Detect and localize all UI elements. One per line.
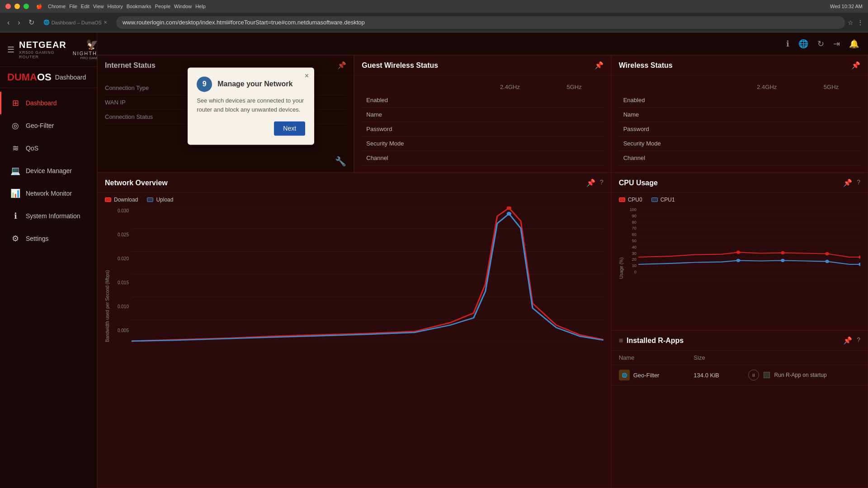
svg-point-21 — [781, 251, 784, 254]
cpu-y-70: 70 — [625, 226, 637, 230]
r-app-startup-checkbox[interactable] — [764, 372, 770, 378]
popup-title: Manage your Network — [217, 80, 292, 88]
upload-legend-label: Upload — [156, 197, 173, 203]
guest-wireless-panel: Guest Wireless Status 📌 2.4GHz 5GHz — [354, 55, 611, 173]
cpu1-legend: CPU1 — [651, 197, 675, 203]
ws-row-channel: Channel — [619, 151, 860, 165]
r-apps-col-size: Size — [686, 351, 741, 365]
tab-close[interactable]: ✕ — [104, 20, 107, 25]
login-icon[interactable]: ⇥ — [833, 39, 840, 49]
wireless-status-icons: 📌 — [851, 61, 860, 70]
sidebar-item-settings-label: Settings — [26, 235, 49, 242]
sidebar-item-network-monitor[interactable]: 📊 Network Monitor — [0, 182, 97, 205]
mac-menu-view[interactable]: View — [93, 4, 104, 9]
back-button[interactable]: ‹ — [5, 17, 12, 28]
r-apps-icons: 📌 ? — [843, 336, 860, 345]
sidebar-item-dashboard[interactable]: ⊞ Dashboard — [0, 92, 97, 114]
r-app-controls: ⏸ Run R-App on startup — [748, 370, 860, 380]
cpu-info-icon[interactable]: ? — [857, 178, 860, 187]
reload-button[interactable]: ↻ — [26, 16, 37, 28]
cpu-y-30: 30 — [625, 251, 637, 256]
sidebar-item-device-manager[interactable]: 💻 Device Manager — [0, 160, 97, 182]
sidebar-item-geo-filter[interactable]: ◎ Geo-Filter — [0, 114, 97, 137]
r-apps-pin-icon[interactable]: 📌 — [843, 336, 852, 345]
legend-upload: Upload — [147, 197, 173, 203]
r-apps-thead-row: Name Size — [612, 351, 868, 365]
guest-wireless-icons: 📌 — [594, 61, 604, 70]
wireless-pin-icon[interactable]: 📌 — [851, 61, 860, 70]
r-apps-panel: ≡ Installed R-Apps 📌 ? Name Size — [611, 330, 868, 488]
sidebar-item-geo-filter-label: Geo-Filter — [26, 122, 54, 129]
cpu-pin-icon[interactable]: 📌 — [843, 178, 852, 187]
gw-row-name: Name — [362, 108, 603, 122]
popup-next-button[interactable]: Next — [274, 121, 305, 136]
sidebar-item-device-manager-label: Device Manager — [26, 167, 72, 174]
r-apps-col-controls — [741, 351, 868, 365]
mac-close-dot[interactable] — [5, 4, 11, 9]
sidebar-item-system-information[interactable]: ℹ System Information — [0, 205, 97, 227]
r-apps-table: Name Size 🌐 Geo-Filter — [612, 351, 868, 385]
cpu-usage-body: CPU0 CPU1 Usage (%) 1 — [612, 193, 868, 282]
forward-button[interactable]: › — [15, 17, 23, 28]
popup-close-button[interactable]: × — [305, 72, 309, 80]
dashboard-breadcrumb: Dashboard — [55, 74, 86, 81]
gw-col-24: 2.4GHz — [475, 81, 545, 93]
duma-os-label: DUMAOS — [7, 71, 52, 83]
mac-menu-help[interactable]: Help — [195, 4, 206, 9]
sidebar-item-settings[interactable]: ⚙ Settings — [0, 227, 97, 250]
address-bar[interactable] — [116, 16, 845, 29]
duma-header: DUMAOS Dashboard — [0, 67, 97, 88]
hamburger-icon[interactable]: ☰ — [7, 45, 14, 55]
mac-maximize-dot[interactable] — [24, 4, 29, 9]
cpu0-legend: CPU0 — [619, 197, 642, 203]
brand-sub: XR500 GAMING ROUTER — [19, 50, 66, 59]
info-icon[interactable]: ℹ — [786, 39, 789, 49]
r-app-pause-button[interactable]: ⏸ — [748, 370, 759, 380]
svg-point-25 — [781, 259, 784, 262]
bookmark-icon[interactable]: ☆ — [848, 19, 854, 26]
cpu-chart-area: Usage (%) 100 90 80 70 60 50 40 30 — [619, 206, 860, 279]
extensions-icon[interactable]: ⋮ — [857, 19, 863, 26]
sidebar-item-qos[interactable]: ≋ QoS — [0, 137, 97, 160]
sidebar-item-system-information-label: System Information — [26, 212, 80, 220]
refresh-icon[interactable]: ↻ — [817, 39, 824, 49]
svg-point-27 — [859, 263, 860, 266]
gw-row-security: Security Mode — [362, 136, 603, 151]
cpu0-legend-color — [619, 197, 625, 202]
gw-row-channel: Channel — [362, 151, 603, 165]
sidebar: ☰ NETGEAR XR500 GAMING ROUTER 🦅 NIGHTHAW… — [0, 33, 97, 488]
download-legend-label: Download — [114, 197, 138, 203]
cpu-usage-title: CPU Usage — [619, 179, 658, 187]
r-apps-row: 🌐 Geo-Filter 134.0 KiB ⏸ Run R — [612, 365, 868, 385]
gw-col-label — [362, 81, 475, 93]
mac-chrome-label: Chrome — [48, 4, 66, 9]
r-apps-info-icon[interactable]: ? — [857, 336, 860, 345]
network-overview-info-icon[interactable]: ? — [600, 178, 604, 187]
svg-point-8 — [507, 212, 511, 216]
mac-minimize-dot[interactable] — [14, 4, 20, 9]
network-overview-icons: 📌 ? — [586, 178, 604, 187]
cpu-y-0: 0 — [625, 270, 637, 274]
network-chart-svg — [132, 206, 604, 342]
gw-row-enabled: Enabled — [362, 93, 603, 108]
main-content: ℹ 🌐 ↻ ⇥ 🔔 Internet Status 📌 Connection T… — [97, 33, 868, 488]
chrome-tab[interactable]: 🌐 Dashboard – DumaOS ✕ — [40, 19, 111, 26]
network-overview-pin-icon[interactable]: 📌 — [586, 178, 595, 187]
cpu-y-60: 60 — [625, 232, 637, 237]
mac-menu-edit[interactable]: Edit — [81, 4, 90, 9]
chrome-icons: ☆ ⋮ — [848, 19, 863, 26]
mac-menu-window[interactable]: Window — [174, 4, 192, 9]
mac-menu-people[interactable]: People — [155, 4, 170, 9]
tab-title: Dashboard – DumaOS — [52, 20, 102, 25]
mac-menu-history[interactable]: History — [107, 4, 123, 9]
sidebar-item-dashboard-label: Dashboard — [26, 99, 57, 107]
y-val-5: 0.005 — [112, 328, 129, 333]
globe-icon[interactable]: 🌐 — [798, 39, 808, 49]
guest-wireless-pin-icon[interactable]: 📌 — [594, 61, 604, 70]
mac-menu-bookmarks[interactable]: Bookmarks — [127, 4, 151, 9]
bell-icon[interactable]: 🔔 — [849, 39, 859, 49]
top-bar: ℹ 🌐 ↻ ⇥ 🔔 — [97, 33, 868, 55]
y-val-3: 0.015 — [112, 280, 129, 285]
mac-menu-file[interactable]: File — [69, 4, 77, 9]
ws-row-security: Security Mode — [619, 136, 860, 151]
